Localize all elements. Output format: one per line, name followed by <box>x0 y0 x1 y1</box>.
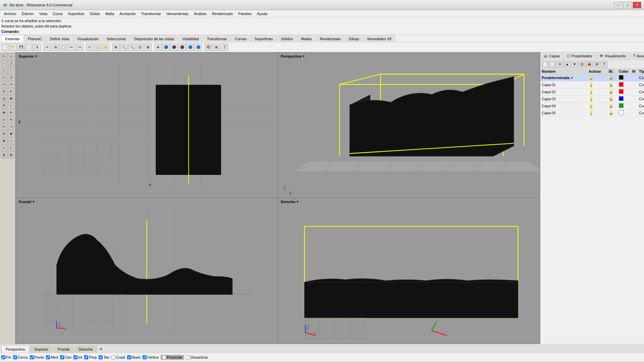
analyze-tool[interactable]: ⊕ <box>1 152 7 158</box>
open-button[interactable]: 📂 <box>9 44 17 51</box>
zoom-window-button[interactable]: ⊡ <box>136 44 144 51</box>
pan-button[interactable]: ✋ <box>102 44 109 51</box>
viewport-perspectiva[interactable]: Perspectiva ▼ <box>278 53 539 198</box>
tab-curvas[interactable]: Curvas <box>231 35 250 42</box>
menu-paneles[interactable]: Paneles <box>235 11 254 16</box>
btab-frontal[interactable]: Frontal <box>53 345 73 353</box>
spline-tool[interactable]: 〜 <box>8 81 14 88</box>
zoom-in-button[interactable]: 🔍 <box>120 44 127 51</box>
layer-down-button[interactable]: ▼ <box>571 61 578 68</box>
zoom-extent-button[interactable]: ⊞ <box>112 44 119 51</box>
maximize-button[interactable]: □ <box>623 2 632 8</box>
layer-lock-4[interactable]: 🔒 <box>609 104 619 108</box>
scale-tool[interactable]: ⤢ <box>1 116 7 123</box>
layer-color-0[interactable] <box>619 75 632 80</box>
tab-planosc[interactable]: PlanosC <box>24 35 46 42</box>
menu-solido[interactable]: Sólido <box>87 11 103 16</box>
extend-tool[interactable]: ⊣ <box>8 123 14 130</box>
layer-bulb-0[interactable]: 💡 <box>589 75 609 80</box>
curve-tool[interactable]: 〜 <box>1 81 7 88</box>
menu-curva[interactable]: Curva <box>50 11 65 16</box>
trim-tool[interactable]: ✂ <box>1 123 7 130</box>
menu-superficie[interactable]: Superficie <box>65 11 87 16</box>
tab-seleccionar[interactable]: Seleccionar <box>103 35 129 42</box>
layer-color-4[interactable] <box>619 103 632 109</box>
layer-color-3[interactable] <box>619 96 632 102</box>
layer-color-1[interactable] <box>619 82 632 87</box>
transform2-tool[interactable]: ↕ <box>8 102 14 109</box>
menu-ayuda[interactable]: Ayuda <box>254 11 270 16</box>
cut-button[interactable]: ✂ <box>44 44 51 51</box>
grid-snap-tool[interactable]: ⊞ <box>1 137 7 144</box>
layer-row-0[interactable]: Predeterminada ✓ 💡 🔒 Continua ● Pre <box>540 74 644 81</box>
select-button[interactable]: ↖ <box>86 44 93 51</box>
tab-visualizacion[interactable]: 👁 Visualización <box>596 52 630 60</box>
boolean-tool[interactable]: ⊖ <box>1 130 7 137</box>
undo-button[interactable]: ↩ <box>68 44 75 51</box>
layer-bulb-2[interactable]: 💡 <box>589 89 609 94</box>
menu-malla[interactable]: Malla <box>103 11 117 16</box>
layer-new-sub-button[interactable]: 📑 <box>549 61 556 68</box>
layer-settings-button[interactable]: ⚙ <box>593 61 600 68</box>
layer-button[interactable]: 📚 <box>205 44 212 51</box>
help-button[interactable]: ❓ <box>221 44 228 51</box>
snap-cuad-checkbox[interactable] <box>111 355 115 359</box>
tab-superficies[interactable]: Superficies <box>251 35 276 42</box>
line-tool[interactable]: ╱ <box>8 60 14 67</box>
snap-vertice-checkbox[interactable] <box>143 355 147 359</box>
tab-capas[interactable]: 🗂 Capas <box>540 52 564 60</box>
redo-button[interactable]: ↪ <box>76 44 83 51</box>
layer-lock-1[interactable]: 🔒 <box>609 83 619 87</box>
add-viewport-tab-button[interactable]: + <box>98 345 104 353</box>
snap-proyectar-checkbox[interactable] <box>162 355 166 359</box>
render5-button[interactable]: 🔵 <box>195 44 202 51</box>
snap-cen-checkbox[interactable] <box>60 355 64 359</box>
layer-row-1[interactable]: Capa 01 💡 🔒 Continua ● Pre <box>540 81 644 88</box>
viewport-frontal[interactable]: Frontal ▼ <box>16 198 277 343</box>
layer-lock-2[interactable]: 🔒 <box>609 90 619 94</box>
snap-perp-checkbox[interactable] <box>84 355 88 359</box>
rectangle-tool[interactable]: □ <box>1 74 7 81</box>
btab-perspectiva[interactable]: Perspectiva <box>1 345 29 353</box>
viewport-perspectiva-arrow[interactable]: ▼ <box>302 55 305 58</box>
layer-bulb-4[interactable]: 💡 <box>589 104 609 108</box>
select2-tool[interactable]: ⊹ <box>8 53 14 60</box>
minimize-button[interactable]: ─ <box>614 2 623 8</box>
analyze2-tool[interactable]: ⊗ <box>8 152 14 158</box>
solid-tool[interactable]: ■ <box>8 130 14 137</box>
menu-renderizado[interactable]: Renderizado <box>209 11 235 16</box>
tab-visibilidad[interactable]: Visibilidad <box>178 35 202 42</box>
layer-lock-3[interactable]: 🔒 <box>609 97 619 101</box>
check-tool[interactable]: ✓ <box>1 144 7 151</box>
check2-tool[interactable]: ✓ <box>8 144 14 151</box>
layer-row-4[interactable]: Capa 04 💡 🔒 Continua ● Pre <box>540 103 644 110</box>
layer-row-5[interactable]: Capa 05 💡 🔒 Continua ● Pre <box>540 110 644 117</box>
layer-bulb-3[interactable]: 💡 <box>589 97 609 101</box>
snap-tan-checkbox[interactable] <box>99 355 103 359</box>
paste-button[interactable]: 📋 <box>60 44 67 51</box>
tab-solidos[interactable]: Sólidos <box>277 35 297 42</box>
viewport-derecha-arrow[interactable]: ▼ <box>296 200 299 203</box>
tab-disposicion[interactable]: Disposición de las vistas <box>130 35 178 42</box>
dimension-tool[interactable]: ↔ <box>8 137 14 144</box>
layer-row-3[interactable]: Capa 03 💡 🔒 Continua ● Pre <box>540 96 644 103</box>
command-input[interactable] <box>21 29 88 34</box>
tab-dibujo[interactable]: Dibujo <box>345 35 363 42</box>
snap-cerca-checkbox[interactable] <box>13 355 17 359</box>
move-tool[interactable]: ✥ <box>1 109 7 116</box>
grid-button[interactable]: ⊞ <box>213 44 220 51</box>
window-select-button[interactable]: ⬚ <box>94 44 101 51</box>
viewport-derecha[interactable]: Derecha ▼ <box>278 198 539 343</box>
menu-archivo[interactable]: Archivo <box>1 11 19 16</box>
layer-new-button[interactable]: 📄 <box>542 61 548 68</box>
freeform-tool[interactable]: ✎ <box>1 88 7 95</box>
layer-filter-button[interactable]: ⊡ <box>579 61 585 68</box>
tab-ayuda[interactable]: ? Ayuda <box>630 52 644 60</box>
layer-row-2[interactable]: Capa 02 💡 🔒 Continua ● Pre <box>540 88 644 96</box>
arc-tool[interactable]: ⌒ <box>8 67 14 74</box>
layer-lock-5[interactable]: 🔒 <box>609 111 619 115</box>
snap-med-checkbox[interactable] <box>46 355 50 359</box>
tab-transformar[interactable]: Transformar <box>203 35 231 42</box>
render2-button[interactable]: ⚫ <box>170 44 178 51</box>
surface2-tool[interactable]: ⊠ <box>8 95 14 102</box>
